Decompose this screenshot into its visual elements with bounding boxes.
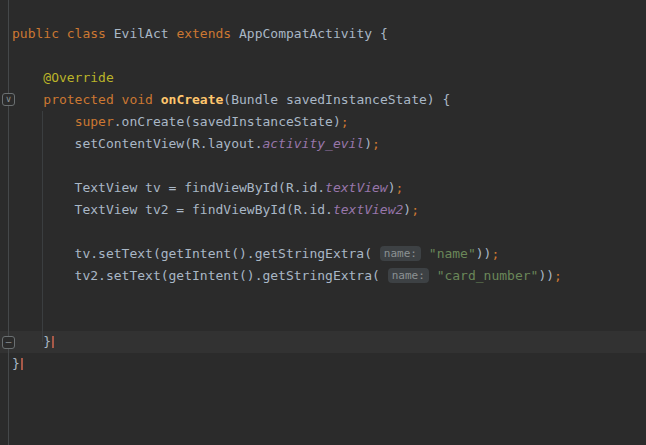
code-token xyxy=(12,70,43,85)
code-token: ; xyxy=(491,246,499,261)
code-token: class xyxy=(67,26,106,41)
code-line[interactable] xyxy=(0,155,646,177)
code-line[interactable]: TextView tv2 = findViewById(R.id.textVie… xyxy=(0,199,646,221)
code-token: protected xyxy=(43,92,113,107)
code-token xyxy=(12,92,43,107)
code-token: activity_evil xyxy=(262,136,364,151)
code-token: textView xyxy=(325,180,388,195)
code-line[interactable]: @Override xyxy=(0,67,646,89)
code-line[interactable] xyxy=(0,287,646,309)
code-token xyxy=(12,114,75,129)
code-token: .onCreate(savedInstanceState) xyxy=(114,114,341,129)
code-token: ; xyxy=(341,114,349,129)
code-token: ; xyxy=(396,180,404,195)
code-token xyxy=(153,92,161,107)
parameter-hint-pill: name: xyxy=(388,268,429,283)
code-token: )) xyxy=(476,246,492,261)
code-token: super xyxy=(75,114,114,129)
code-token: ) xyxy=(403,202,411,217)
code-token: void xyxy=(122,92,153,107)
code-token: textView2 xyxy=(333,202,403,217)
code-token: )) xyxy=(538,268,554,283)
code-line[interactable] xyxy=(0,309,646,331)
code-token: (Bundle savedInstanceState) { xyxy=(223,92,450,107)
code-token: "card_number" xyxy=(437,268,539,283)
code-token: ; xyxy=(372,136,380,151)
code-token: EvilAct xyxy=(106,26,176,41)
code-token: AppCompatActivity { xyxy=(231,26,388,41)
code-token: ; xyxy=(554,268,562,283)
code-area: public class EvilAct extends AppCompatAc… xyxy=(0,23,646,375)
code-line[interactable]: setContentView(R.layout.activity_evil); xyxy=(0,133,646,155)
code-line[interactable]: TextView tv = findViewById(R.id.textView… xyxy=(0,177,646,199)
code-token: } xyxy=(12,334,51,349)
code-token: ) xyxy=(388,180,396,195)
code-token: ; xyxy=(411,202,419,217)
code-line[interactable]: tv2.setText(getIntent().getStringExtra( … xyxy=(0,265,646,287)
code-line[interactable]: tv.setText(getIntent().getStringExtra( n… xyxy=(0,243,646,265)
code-editor[interactable]: ∨ − public class EvilAct extends AppComp… xyxy=(0,0,646,445)
code-line[interactable] xyxy=(0,45,646,67)
parameter-hint-pill: name: xyxy=(380,246,421,261)
code-token: tv.setText(getIntent().getStringExtra( xyxy=(12,246,380,261)
code-token: tv2.setText(getIntent().getStringExtra( xyxy=(12,268,388,283)
code-token xyxy=(429,268,437,283)
code-line[interactable]: } xyxy=(0,331,646,353)
code-line[interactable]: super.onCreate(savedInstanceState); xyxy=(0,111,646,133)
code-line[interactable]: protected void onCreate(Bundle savedInst… xyxy=(0,89,646,111)
code-token: TextView tv2 = findViewById(R.id. xyxy=(12,202,333,217)
code-token xyxy=(114,92,122,107)
code-token: extends xyxy=(176,26,231,41)
code-token: @Override xyxy=(43,70,113,85)
code-line[interactable] xyxy=(0,221,646,243)
code-token: ) xyxy=(364,136,372,151)
code-token: onCreate xyxy=(161,92,224,107)
code-token: TextView tv = findViewById(R.id. xyxy=(12,180,325,195)
caret-tick xyxy=(21,358,23,370)
code-token: } xyxy=(12,356,20,371)
code-token xyxy=(59,26,67,41)
code-token: "name" xyxy=(429,246,476,261)
code-token: setContentView(R.layout. xyxy=(12,136,262,151)
code-token: public xyxy=(12,26,59,41)
code-line[interactable]: public class EvilAct extends AppCompatAc… xyxy=(0,23,646,45)
code-token xyxy=(421,246,429,261)
code-line[interactable]: } xyxy=(0,353,646,375)
caret-tick xyxy=(52,336,54,348)
